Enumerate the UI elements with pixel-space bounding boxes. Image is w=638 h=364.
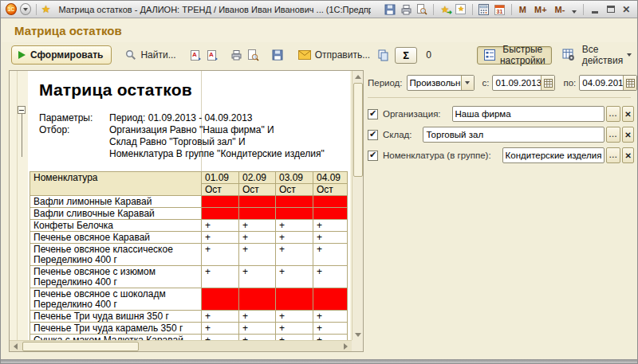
balance-cell[interactable]: +	[239, 220, 276, 232]
memory-minus-button[interactable]: M-	[553, 5, 568, 14]
balance-cell[interactable]: +	[276, 244, 313, 266]
balance-cell[interactable]: +	[313, 266, 348, 288]
item-name-cell[interactable]: Вафли сливочные Каравай	[30, 208, 202, 220]
item-name-cell[interactable]: Печенье Три чуда вишня 350 г	[30, 311, 202, 323]
copy-icon[interactable]	[376, 48, 390, 62]
maximize-button[interactable]	[605, 3, 617, 16]
balance-cell[interactable]: +	[239, 323, 276, 335]
balance-cell[interactable]: +	[202, 232, 239, 244]
horizontal-scroll-thumb[interactable]	[22, 342, 139, 351]
calendar-picker-button[interactable]	[623, 76, 636, 90]
date-to-input[interactable]: 04.09.2013	[579, 75, 637, 91]
warehouse-checkbox[interactable]	[368, 130, 378, 140]
generate-button[interactable]: Сформировать	[11, 45, 112, 65]
balance-cell[interactable]: +	[313, 232, 348, 244]
scroll-down-button[interactable]	[352, 330, 363, 340]
balance-cell[interactable]: +	[239, 311, 276, 323]
balance-cell[interactable]: +	[202, 220, 239, 232]
save-icon[interactable]	[384, 3, 396, 16]
calendar-picker-button[interactable]	[541, 76, 554, 90]
no-balance-cell[interactable]	[239, 196, 276, 208]
balance-cell[interactable]: +	[313, 323, 348, 335]
horizontal-scrollbar[interactable]	[10, 340, 352, 351]
no-balance-cell[interactable]	[313, 196, 348, 208]
table-row[interactable]: Печенье овсяное с изюмом Переделкино 400…	[30, 266, 348, 288]
print-icon[interactable]	[400, 3, 412, 16]
table-row[interactable]: Печенье Три чуда вишня 350 г++++	[30, 311, 348, 323]
table-row[interactable]: Печенье Три чуда карамель 350 г++++	[30, 323, 348, 335]
scroll-left-button[interactable]	[10, 341, 21, 351]
balance-cell[interactable]: +	[313, 244, 348, 266]
no-balance-cell[interactable]	[202, 196, 239, 208]
no-balance-cell[interactable]	[239, 288, 276, 311]
balance-cell[interactable]: +	[239, 244, 276, 266]
item-name-cell[interactable]: Печенье овсяное с изюмом Переделкино 400…	[30, 266, 202, 288]
balance-cell[interactable]: +	[276, 220, 313, 232]
memory-button[interactable]: M	[517, 5, 529, 14]
sum-button[interactable]: Σ	[395, 47, 417, 64]
scroll-up-button[interactable]	[352, 72, 363, 82]
nomenclature-picker-button[interactable]: ...	[606, 147, 620, 163]
nomenclature-clear-button[interactable]: ✕	[622, 147, 634, 163]
balance-cell[interactable]: +	[313, 220, 348, 232]
balance-cell[interactable]: +	[202, 311, 239, 323]
balance-cell[interactable]: +	[202, 244, 239, 266]
balance-cell[interactable]: +	[202, 323, 239, 335]
dropdown-button[interactable]	[461, 76, 474, 90]
favorites-list-icon[interactable]: ★	[455, 3, 467, 16]
item-name-cell[interactable]: Печенье овсяное Каравай	[30, 232, 202, 244]
table-settings-icon[interactable]	[561, 48, 576, 62]
scroll-right-button[interactable]	[341, 341, 351, 351]
no-balance-cell[interactable]	[202, 208, 239, 220]
warehouse-clear-button[interactable]: ✕	[622, 127, 634, 143]
1c-logo-icon[interactable]: 1С	[6, 3, 17, 15]
balance-cell[interactable]: +	[313, 311, 348, 323]
no-balance-cell[interactable]	[276, 196, 313, 208]
minimize-button[interactable]	[589, 3, 601, 16]
table-row[interactable]: Конфеты Белочка++++	[30, 220, 348, 232]
item-name-cell[interactable]: Конфеты Белочка	[30, 220, 202, 232]
warehouse-picker-button[interactable]: ...	[606, 127, 620, 143]
page-footer-icon[interactable]: A	[206, 48, 220, 62]
item-name-cell[interactable]: Печенье овсяное с шоколадм Переделкино 4…	[30, 288, 202, 311]
close-button[interactable]: ✕	[620, 3, 632, 16]
toolbar-overflow-chevron-icon[interactable]	[572, 10, 577, 14]
item-name-cell[interactable]: Печенье Три чуда карамель 350 г	[30, 323, 202, 335]
balance-cell[interactable]: +	[239, 266, 276, 288]
no-balance-cell[interactable]	[313, 288, 348, 311]
calculator-icon[interactable]	[478, 3, 490, 16]
memory-plus-button[interactable]: M+	[532, 5, 549, 14]
balance-cell[interactable]: +	[239, 232, 276, 244]
organization-clear-button[interactable]: ✕	[622, 106, 634, 122]
print-preview-icon[interactable]	[246, 48, 261, 62]
add-favorite-icon[interactable]: ★➜	[439, 3, 451, 16]
organization-input[interactable]: Наша фирма	[452, 106, 605, 122]
quick-settings-button[interactable]: Быстрые настройки	[477, 46, 552, 65]
table-row[interactable]: Печенье овсяное Каравай++++	[30, 232, 348, 244]
no-balance-cell[interactable]	[239, 208, 276, 220]
page-header-icon[interactable]: A	[189, 48, 203, 62]
table-row[interactable]: Печенье овсяное классическое Переделкино…	[30, 244, 348, 266]
table-row[interactable]: Вафли лимонные Каравай	[30, 196, 348, 208]
favorites-star-icon[interactable]: ★	[41, 4, 51, 14]
print-preview-icon[interactable]	[415, 3, 428, 16]
balance-cell[interactable]: +	[276, 232, 313, 244]
table-row[interactable]: Вафли сливочные Каравай	[30, 208, 348, 220]
vertical-scrollbar[interactable]	[352, 71, 363, 341]
organization-checkbox[interactable]	[368, 109, 378, 119]
no-balance-cell[interactable]	[276, 288, 313, 311]
item-name-cell[interactable]: Вафли лимонные Каравай	[30, 196, 202, 208]
save-icon[interactable]	[270, 48, 285, 62]
all-actions-button[interactable]: Все действия	[578, 46, 636, 64]
balance-cell[interactable]: +	[276, 266, 313, 288]
warehouse-input[interactable]: Торговый зал	[423, 127, 605, 143]
nomenclature-checkbox[interactable]	[368, 151, 378, 161]
collapse-group-button[interactable]	[18, 106, 26, 114]
calendar-icon[interactable]: 31	[494, 3, 506, 16]
balance-cell[interactable]: +	[202, 266, 239, 288]
nomenclature-input[interactable]: Кондитерские изделия	[502, 147, 605, 163]
date-from-input[interactable]: 01.09.2013	[492, 75, 555, 91]
balance-cell[interactable]: +	[276, 311, 313, 323]
send-button[interactable]: Отправить...	[294, 46, 374, 64]
print-icon[interactable]	[230, 48, 244, 62]
